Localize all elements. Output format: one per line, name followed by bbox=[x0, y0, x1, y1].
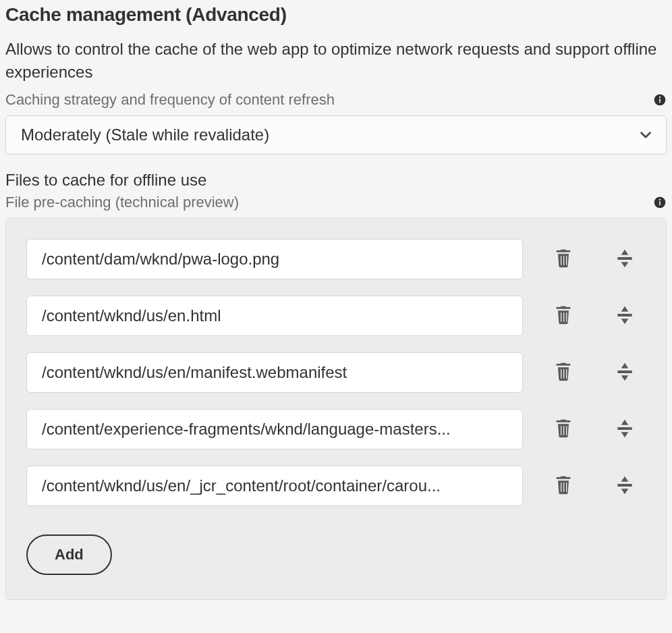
file-precache-list: /content/dam/wknd/pwa-logo.png/content/w… bbox=[5, 218, 667, 600]
reorder-icon bbox=[614, 248, 636, 271]
trash-icon bbox=[553, 361, 574, 385]
section-description: Allows to control the cache of the web a… bbox=[5, 38, 667, 83]
svg-point-2 bbox=[659, 97, 661, 98]
file-row: /content/dam/wknd/pwa-logo.png bbox=[26, 239, 646, 279]
reorder-icon bbox=[614, 474, 636, 498]
files-to-cache-heading: Files to cache for offline use bbox=[5, 171, 667, 190]
file-path-input[interactable]: /content/experience-fragments/wknd/langu… bbox=[26, 409, 523, 449]
section-title: Cache management (Advanced) bbox=[5, 4, 667, 26]
trash-icon bbox=[553, 248, 574, 271]
reorder-button[interactable] bbox=[611, 246, 638, 273]
trash-icon bbox=[553, 418, 574, 441]
file-precaching-label: File pre-caching (technical preview) bbox=[5, 194, 648, 211]
svg-rect-1 bbox=[659, 99, 661, 103]
delete-button[interactable] bbox=[550, 302, 577, 329]
reorder-icon bbox=[614, 361, 636, 385]
file-path-input[interactable]: /content/wknd/us/en.html bbox=[26, 296, 523, 336]
caching-strategy-value: Moderately (Stale while revalidate) bbox=[21, 126, 269, 144]
reorder-icon bbox=[614, 418, 636, 441]
info-icon[interactable] bbox=[653, 93, 667, 107]
reorder-button[interactable] bbox=[611, 359, 638, 386]
file-row: /content/wknd/us/en.html bbox=[26, 296, 646, 336]
info-icon[interactable] bbox=[653, 196, 667, 209]
reorder-button[interactable] bbox=[611, 416, 638, 443]
trash-icon bbox=[553, 304, 574, 328]
caching-strategy-label: Caching strategy and frequency of conten… bbox=[5, 91, 648, 109]
delete-button[interactable] bbox=[550, 359, 577, 386]
delete-button[interactable] bbox=[550, 472, 577, 499]
file-row: /content/wknd/us/en/manifest.webmanifest bbox=[26, 352, 646, 393]
delete-button[interactable] bbox=[550, 416, 577, 443]
file-path-input[interactable]: /content/dam/wknd/pwa-logo.png bbox=[26, 239, 523, 279]
svg-point-5 bbox=[659, 199, 661, 200]
file-path-input[interactable]: /content/wknd/us/en/_jcr_content/root/co… bbox=[26, 466, 523, 506]
delete-button[interactable] bbox=[550, 246, 577, 273]
add-button[interactable]: Add bbox=[26, 534, 112, 575]
reorder-icon bbox=[614, 304, 636, 328]
caching-strategy-select[interactable]: Moderately (Stale while revalidate) bbox=[5, 115, 667, 155]
file-row: /content/experience-fragments/wknd/langu… bbox=[26, 409, 646, 449]
reorder-button[interactable] bbox=[611, 302, 638, 329]
reorder-button[interactable] bbox=[611, 472, 638, 499]
file-row: /content/wknd/us/en/_jcr_content/root/co… bbox=[26, 466, 646, 506]
svg-rect-4 bbox=[659, 202, 661, 206]
file-path-input[interactable]: /content/wknd/us/en/manifest.webmanifest bbox=[26, 352, 523, 393]
trash-icon bbox=[553, 474, 574, 498]
